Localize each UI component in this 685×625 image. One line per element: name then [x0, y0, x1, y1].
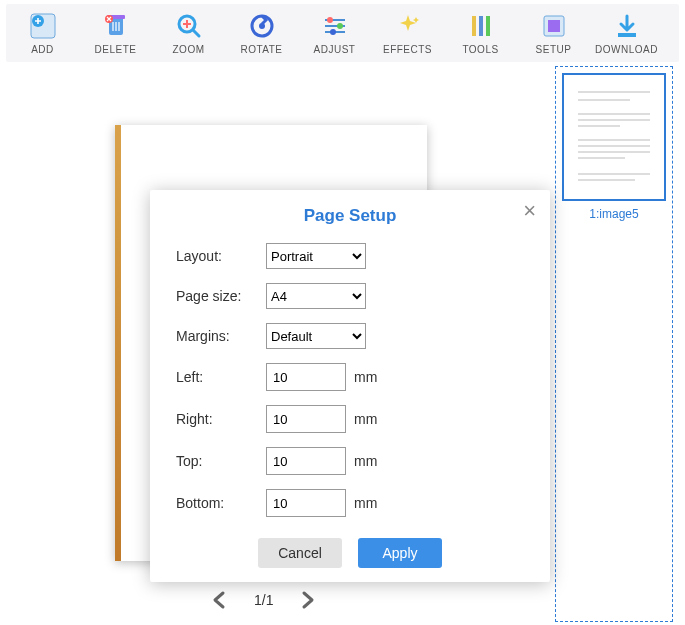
pager: 1/1 [210, 590, 317, 610]
prev-page-button[interactable] [210, 590, 230, 610]
tools-icon [467, 12, 495, 40]
margins-label: Margins: [176, 328, 266, 344]
zoom-button[interactable]: ZOOM [152, 4, 225, 62]
effects-label: EFFECTS [383, 44, 432, 55]
adjust-icon [321, 12, 349, 40]
rotate-label: ROTATE [240, 44, 282, 55]
svg-point-8 [327, 17, 333, 23]
layout-select[interactable]: Portrait [266, 243, 366, 269]
thumbnail-caption: 1:image5 [556, 207, 672, 221]
svg-rect-12 [479, 16, 483, 36]
rotate-button[interactable]: ROTATE [225, 4, 298, 62]
main-area: (पीछे) 1/1 1:image5 × Page Setup Lay [0, 62, 685, 625]
bottom-input[interactable] [266, 489, 346, 517]
add-label: ADD [31, 44, 54, 55]
thumbnail-1[interactable] [562, 73, 666, 201]
top-row: Top: mm [150, 440, 550, 482]
adjust-button[interactable]: ADJUST [298, 4, 371, 62]
thumbnail-image [568, 79, 660, 195]
layout-label: Layout: [176, 248, 266, 264]
svg-point-9 [337, 23, 343, 29]
page-count: 1/1 [248, 592, 279, 608]
toolbar: ADD DELETE ZOOM ROTATE ADJUST EFFECTS [6, 4, 679, 62]
page-setup-dialog: × Page Setup Layout: Portrait Page size:… [150, 190, 550, 582]
effects-button[interactable]: EFFECTS [371, 4, 444, 62]
download-label: DOWNLOAD [595, 44, 658, 55]
layout-row: Layout: Portrait [150, 236, 550, 276]
delete-icon [102, 12, 130, 40]
top-input[interactable] [266, 447, 346, 475]
setup-icon [540, 12, 568, 40]
pagesize-select[interactable]: A4 [266, 283, 366, 309]
dialog-title: Page Setup [150, 190, 550, 236]
rotate-icon [248, 12, 276, 40]
left-label: Left: [176, 369, 266, 385]
right-label: Right: [176, 411, 266, 427]
pagesize-label: Page size: [176, 288, 266, 304]
margins-select[interactable]: Default [266, 323, 366, 349]
zoom-icon [175, 12, 203, 40]
add-icon [29, 12, 57, 40]
thumbnail-panel: 1:image5 [555, 66, 673, 622]
download-icon [613, 12, 641, 40]
top-unit: mm [354, 453, 377, 469]
add-button[interactable]: ADD [6, 4, 79, 62]
apply-button[interactable]: Apply [358, 538, 442, 568]
svg-point-10 [330, 29, 336, 35]
svg-rect-11 [472, 16, 476, 36]
pagesize-row: Page size: A4 [150, 276, 550, 316]
dialog-buttons: Cancel Apply [150, 538, 550, 568]
svg-rect-13 [486, 16, 490, 36]
right-row: Right: mm [150, 398, 550, 440]
svg-point-7 [259, 23, 265, 29]
delete-button[interactable]: DELETE [79, 4, 152, 62]
left-input[interactable] [266, 363, 346, 391]
delete-label: DELETE [95, 44, 137, 55]
top-label: Top: [176, 453, 266, 469]
bottom-label: Bottom: [176, 495, 266, 511]
close-button[interactable]: × [523, 200, 536, 222]
setup-label: SETUP [536, 44, 572, 55]
effects-icon [394, 12, 422, 40]
bottom-row: Bottom: mm [150, 482, 550, 524]
svg-rect-16 [618, 33, 636, 37]
margins-row: Margins: Default [150, 316, 550, 356]
bottom-unit: mm [354, 495, 377, 511]
zoom-label: ZOOM [173, 44, 205, 55]
tools-label: TOOLS [462, 44, 498, 55]
svg-rect-15 [548, 20, 560, 32]
right-unit: mm [354, 411, 377, 427]
left-row: Left: mm [150, 356, 550, 398]
cancel-button[interactable]: Cancel [258, 538, 342, 568]
download-button[interactable]: DOWNLOAD [590, 4, 663, 62]
right-input[interactable] [266, 405, 346, 433]
next-page-button[interactable] [297, 590, 317, 610]
adjust-label: ADJUST [314, 44, 356, 55]
setup-button[interactable]: SETUP [517, 4, 590, 62]
tools-button[interactable]: TOOLS [444, 4, 517, 62]
left-unit: mm [354, 369, 377, 385]
